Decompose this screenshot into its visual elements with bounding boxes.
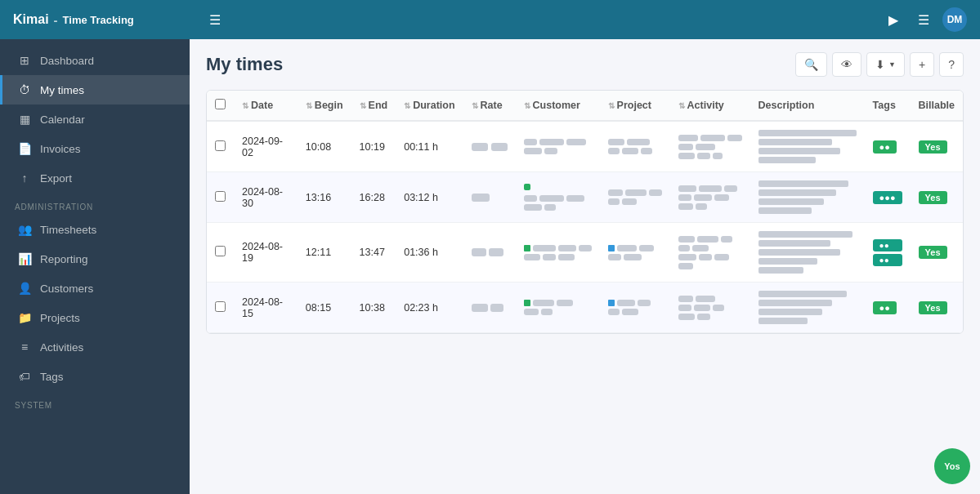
timelog-list-button[interactable]: ☰ bbox=[911, 7, 936, 33]
customers-icon: 👤 bbox=[17, 282, 32, 295]
search-icon: 🔍 bbox=[804, 58, 818, 71]
col-end[interactable]: ⇅End bbox=[351, 91, 396, 121]
sidebar-label-my-times: My times bbox=[40, 84, 84, 96]
sidebar-label-projects: Projects bbox=[40, 312, 80, 324]
sidebar-item-reporting[interactable]: 📊 Reporting bbox=[0, 244, 190, 274]
tags-icon: 🏷 bbox=[17, 370, 32, 383]
sidebar-item-timesheets[interactable]: 👥 Timesheets bbox=[0, 215, 190, 244]
select-all-checkbox[interactable] bbox=[215, 99, 226, 109]
dropdown-icon: ▼ bbox=[888, 60, 896, 69]
project-cell bbox=[600, 223, 670, 283]
page-content: My times 🔍 👁 ⬇ ▼ + ? bbox=[190, 39, 980, 494]
sidebar-item-tags[interactable]: 🏷 Tags bbox=[0, 362, 190, 391]
help-button[interactable]: ? bbox=[939, 52, 964, 77]
sidebar-label-calendar: Calendar bbox=[40, 113, 85, 126]
timesheets-icon: 👥 bbox=[17, 223, 32, 236]
sidebar-item-activities[interactable]: ≡ Activities bbox=[0, 332, 190, 362]
col-rate[interactable]: ⇅Rate bbox=[463, 91, 516, 121]
billable-badge: Yes bbox=[919, 140, 947, 154]
activity-cell bbox=[670, 223, 750, 283]
row-checkbox-cell[interactable] bbox=[207, 172, 234, 223]
activity-cell bbox=[670, 172, 750, 223]
add-entry-button[interactable]: + bbox=[910, 52, 934, 77]
table-row: 2024-08-19 12:11 13:47 01:36 h bbox=[207, 223, 963, 283]
duration-cell: 02:23 h bbox=[396, 283, 463, 333]
sidebar-label-activities: Activities bbox=[40, 341, 83, 354]
invoices-icon: 📄 bbox=[17, 142, 32, 155]
date-cell: 2024-08-19 bbox=[234, 223, 298, 283]
billable-badge: Yes bbox=[919, 191, 947, 204]
row-checkbox-cell[interactable] bbox=[207, 121, 234, 172]
col-description[interactable]: Description bbox=[750, 91, 865, 121]
sort-customer-icon: ⇅ bbox=[524, 101, 530, 110]
app-subtitle: Time Tracking bbox=[63, 14, 134, 26]
row-checkbox-cell[interactable] bbox=[207, 223, 234, 283]
sidebar-item-export[interactable]: ↑ Export bbox=[0, 163, 190, 193]
table-row: 2024-09-02 10:08 10:19 00:11 h bbox=[207, 121, 963, 172]
sidebar-label-dashboard: Dashboard bbox=[40, 55, 94, 67]
topbar-avatar[interactable]: DM bbox=[942, 7, 967, 32]
description-cell bbox=[750, 172, 865, 223]
sidebar-item-invoices[interactable]: 📄 Invoices bbox=[0, 134, 190, 163]
row-checkbox[interactable] bbox=[215, 191, 226, 202]
search-button[interactable]: 🔍 bbox=[795, 52, 827, 77]
col-billable: Billable bbox=[911, 91, 963, 121]
project-cell bbox=[600, 172, 670, 223]
duration-cell: 00:11 h bbox=[396, 121, 463, 172]
begin-cell: 12:11 bbox=[298, 223, 351, 283]
row-checkbox[interactable] bbox=[215, 246, 226, 256]
begin-cell: 13:16 bbox=[298, 172, 351, 223]
tags-cell: ●● bbox=[865, 121, 911, 172]
col-customer[interactable]: ⇅Customer bbox=[516, 91, 600, 121]
sidebar: Kimai - Time Tracking ⊞ Dashboard ⏱ My t… bbox=[0, 0, 190, 494]
billable-badge: Yes bbox=[919, 301, 947, 314]
download-button[interactable]: ⬇ ▼ bbox=[866, 52, 905, 77]
sidebar-item-projects[interactable]: 📁 Projects bbox=[0, 303, 190, 332]
tag-badge: ●●● bbox=[873, 191, 902, 204]
tag-badge: ●● bbox=[873, 140, 897, 154]
page-actions: 🔍 👁 ⬇ ▼ + ? bbox=[795, 52, 964, 77]
row-checkbox[interactable] bbox=[215, 301, 226, 312]
tag-badge: ●● bbox=[873, 239, 902, 251]
col-duration[interactable]: ⇅Duration bbox=[396, 91, 463, 121]
sidebar-item-customers[interactable]: 👤 Customers bbox=[0, 274, 190, 303]
billable-cell: Yes bbox=[911, 172, 963, 223]
sidebar-label-timesheets: Timesheets bbox=[40, 224, 96, 236]
sidebar-item-calendar[interactable]: ▦ Calendar bbox=[0, 105, 190, 134]
tags-cell: ●● bbox=[865, 283, 911, 333]
sidebar-item-my-times[interactable]: ⏱ My times bbox=[0, 75, 190, 105]
sort-date-icon: ⇅ bbox=[242, 101, 248, 110]
billable-cell: Yes bbox=[911, 121, 963, 172]
customer-cell bbox=[516, 223, 600, 283]
description-cell bbox=[750, 283, 865, 333]
sidebar-navigation: ⊞ Dashboard ⏱ My times ▦ Calendar 📄 Invo… bbox=[0, 39, 190, 494]
table-row: 2024-08-15 08:15 10:38 02:23 h bbox=[207, 283, 963, 333]
play-icon: ▶ bbox=[888, 12, 898, 28]
sort-end-icon: ⇅ bbox=[360, 101, 366, 110]
col-project[interactable]: ⇅Project bbox=[600, 91, 670, 121]
export-icon: ↑ bbox=[17, 171, 32, 185]
select-all-column[interactable] bbox=[207, 91, 234, 121]
help-icon: ? bbox=[948, 58, 955, 71]
list-icon: ☰ bbox=[918, 12, 929, 28]
tags-cell: ●●● bbox=[865, 172, 911, 223]
date-cell: 2024-09-02 bbox=[234, 121, 298, 172]
col-begin[interactable]: ⇅Begin bbox=[298, 91, 351, 121]
activity-cell bbox=[670, 121, 750, 172]
sidebar-item-dashboard[interactable]: ⊞ Dashboard bbox=[0, 46, 190, 75]
sidebar-label-export: Export bbox=[40, 172, 72, 185]
sidebar-label-reporting: Reporting bbox=[40, 253, 88, 265]
visibility-button[interactable]: 👁 bbox=[832, 52, 861, 77]
start-timer-button[interactable]: ▶ bbox=[882, 7, 905, 33]
row-checkbox-cell[interactable] bbox=[207, 283, 234, 333]
app-logo: Kimai bbox=[13, 12, 49, 27]
row-checkbox[interactable] bbox=[215, 140, 226, 151]
description-cell bbox=[750, 223, 865, 283]
sidebar-header: Kimai - Time Tracking bbox=[0, 0, 190, 39]
col-date[interactable]: ⇅Date bbox=[234, 91, 298, 121]
admin-section-label: Administration bbox=[0, 193, 190, 215]
col-activity[interactable]: ⇅Activity bbox=[670, 91, 750, 121]
menu-toggle-button[interactable]: ☰ bbox=[203, 7, 227, 33]
main-content: ☰ ▶ ☰ DM My times 🔍 👁 ⬇ ▼ bbox=[190, 0, 980, 494]
page-title: My times bbox=[206, 54, 283, 75]
